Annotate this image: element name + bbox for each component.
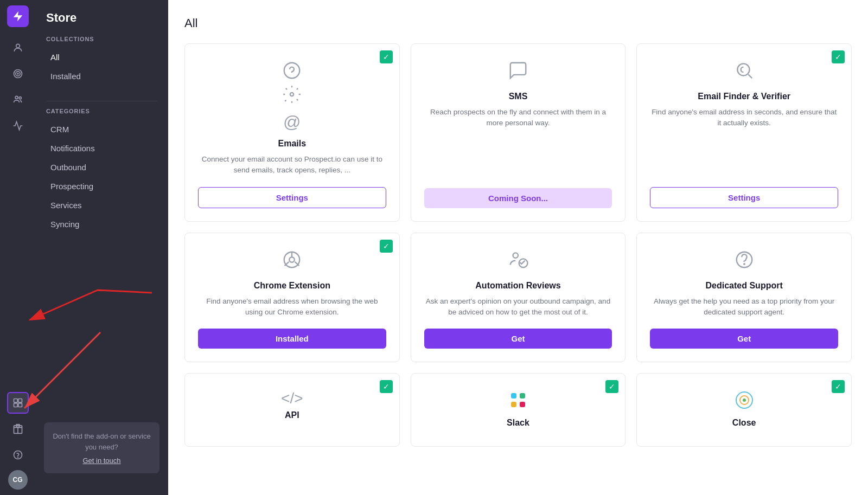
email-finder-icon xyxy=(734,60,755,85)
chrome-extension-title: Chrome Extension xyxy=(254,281,330,291)
email-finder-desc: Find anyone's email address in seconds, … xyxy=(650,107,838,176)
svg-point-18 xyxy=(737,63,749,75)
nav-item-all[interactable]: All xyxy=(40,48,164,67)
svg-point-17 xyxy=(290,93,293,96)
slack-title: Slack xyxy=(507,418,529,428)
sms-desc: Reach prospects on the fly and connect w… xyxy=(424,107,612,177)
installed-check-close: ✓ xyxy=(832,380,845,393)
svg-point-28 xyxy=(744,263,745,265)
svg-rect-7 xyxy=(18,399,22,403)
card-emails: ✓ @ Emails Connect your email account so… xyxy=(184,43,400,222)
emails-icon: @ xyxy=(283,112,301,132)
chrome-extension-desc: Find anyone's email address when browsin… xyxy=(198,296,386,318)
svg-rect-31 xyxy=(511,402,516,407)
sms-title: SMS xyxy=(509,92,528,101)
card-email-finder: ✓ Email Finder & Verifier Find anyone's … xyxy=(636,43,852,222)
emails-desc: Connect your email account so Prospect.i… xyxy=(198,154,386,176)
store-nav-icon[interactable] xyxy=(7,392,29,414)
target-nav-icon[interactable] xyxy=(7,63,29,85)
categories-section: CATEGORIES CRM Notifications Outbound Pr… xyxy=(35,108,168,234)
icon-sidebar: CG xyxy=(0,0,35,495)
close-crm-icon xyxy=(734,390,755,415)
soon-ribbon: SOON xyxy=(582,44,625,87)
help-nav-icon[interactable] xyxy=(7,444,29,466)
user-avatar[interactable]: CG xyxy=(8,470,28,490)
cta-text: Don't find the add-on or service you nee… xyxy=(53,431,151,452)
dedicated-support-desc: Always get the help you need as a top pr… xyxy=(650,296,838,318)
installed-check-emails: ✓ xyxy=(380,50,393,63)
nav-item-outbound[interactable]: Outbound xyxy=(40,158,164,177)
svg-rect-8 xyxy=(14,403,17,407)
dedicated-support-get-button[interactable]: Get xyxy=(650,329,838,349)
app-logo[interactable] xyxy=(7,5,29,27)
svg-point-21 xyxy=(290,257,295,262)
card-sms: SOON SMS Reach prospects on the fly and … xyxy=(411,43,626,222)
analytics-nav-icon[interactable] xyxy=(7,115,29,137)
card-dedicated-support: Dedicated Support Always get the help yo… xyxy=(636,233,852,363)
team-nav-icon[interactable] xyxy=(7,89,29,111)
gifts-nav-icon[interactable] xyxy=(7,418,29,440)
nav-sidebar: Store COLLECTIONS All Installed CATEGORI… xyxy=(35,0,168,495)
api-title: API xyxy=(285,410,299,420)
dedicated-support-title: Dedicated Support xyxy=(706,281,783,291)
cards-grid: ✓ @ Emails Connect your email account so… xyxy=(184,43,852,447)
automation-reviews-title: Automation Reviews xyxy=(475,281,560,291)
page-title: All xyxy=(184,16,852,30)
svg-point-35 xyxy=(743,398,746,402)
card-chrome-extension: ✓ Chrome Extension Find anyone's email a… xyxy=(184,233,400,363)
installed-check-slack: ✓ xyxy=(605,380,618,393)
email-finder-settings-button[interactable]: Settings xyxy=(650,187,838,208)
svg-point-3 xyxy=(17,73,18,74)
nav-item-services[interactable]: Services xyxy=(40,196,164,215)
installed-check-email-finder: ✓ xyxy=(832,50,845,63)
cta-box: Don't find the add-on or service you nee… xyxy=(44,422,159,473)
card-close: ✓ Close xyxy=(636,373,852,447)
collections-label: COLLECTIONS xyxy=(35,36,168,48)
categories-label: CATEGORIES xyxy=(35,108,168,120)
automation-reviews-icon xyxy=(508,249,528,274)
email-finder-title: Email Finder & Verifier xyxy=(698,92,790,101)
svg-rect-6 xyxy=(14,399,17,403)
sms-icon xyxy=(508,60,528,85)
sidebar-divider xyxy=(46,101,157,101)
get-in-touch-link[interactable]: Get in touch xyxy=(53,457,151,465)
installed-check-api: ✓ xyxy=(380,380,393,393)
dedicated-support-icon xyxy=(734,249,755,274)
svg-point-4 xyxy=(15,96,18,99)
soon-ribbon-text: SOON xyxy=(599,44,625,56)
svg-point-0 xyxy=(16,44,20,48)
store-title: Store xyxy=(35,11,168,36)
emails-title: Emails xyxy=(278,139,307,149)
chrome-icon xyxy=(282,249,302,274)
card-slack: ✓ Slack xyxy=(411,373,626,447)
close-crm-title: Close xyxy=(732,418,756,428)
nav-item-syncing[interactable]: Syncing xyxy=(40,215,164,234)
svg-point-25 xyxy=(513,253,518,258)
nav-item-crm[interactable]: CRM xyxy=(40,120,164,139)
card-automation-reviews: Automation Reviews Ask an expert's opini… xyxy=(411,233,626,363)
chrome-extension-installed-button[interactable]: Installed xyxy=(198,329,386,349)
automation-reviews-get-button[interactable]: Get xyxy=(424,329,612,349)
slack-icon xyxy=(508,390,528,415)
nav-item-prospecting[interactable]: Prospecting xyxy=(40,177,164,196)
users-nav-icon[interactable] xyxy=(7,37,29,59)
svg-rect-32 xyxy=(520,402,525,407)
svg-rect-30 xyxy=(520,393,525,398)
svg-point-16 xyxy=(284,63,300,79)
main-content: All ✓ @ Emails Connect your email accoun… xyxy=(168,0,868,495)
installed-check-chrome: ✓ xyxy=(380,240,393,253)
svg-point-5 xyxy=(19,97,21,99)
collections-section: COLLECTIONS All Installed xyxy=(35,36,168,86)
emails-settings-button[interactable]: Settings xyxy=(198,187,386,208)
nav-item-installed[interactable]: Installed xyxy=(40,67,164,86)
svg-line-19 xyxy=(748,74,752,78)
api-icon: </> xyxy=(281,390,303,407)
sms-coming-soon-button[interactable]: Coming Soon... xyxy=(424,188,612,208)
card-api: ✓ </> API xyxy=(184,373,400,447)
svg-point-13 xyxy=(17,457,18,458)
email-icon xyxy=(282,60,302,105)
automation-reviews-desc: Ask an expert's opinion on your outbound… xyxy=(424,296,612,318)
svg-rect-9 xyxy=(18,403,22,407)
nav-item-notifications[interactable]: Notifications xyxy=(40,139,164,158)
svg-rect-29 xyxy=(511,393,516,398)
